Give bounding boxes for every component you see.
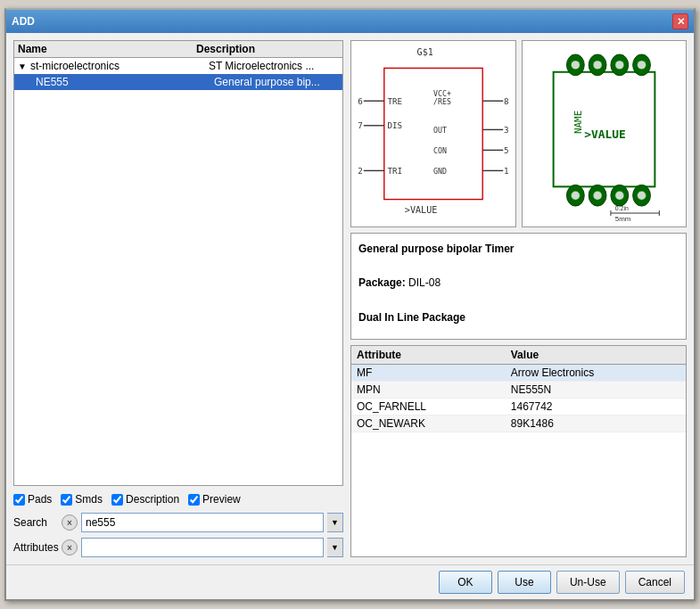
parent-name: st-microelectronics xyxy=(30,60,209,72)
table-row: MPNNE555N xyxy=(351,382,686,399)
child-desc: General purpose bip... xyxy=(214,76,320,88)
svg-text:0.2in: 0.2in xyxy=(615,205,629,211)
left-panel: Name Description ▼ st-microelectronics S… xyxy=(13,40,343,557)
table-header-row: Attribute Value xyxy=(351,346,686,365)
search-input[interactable] xyxy=(81,513,324,532)
svg-text:CON: CON xyxy=(433,146,447,155)
filter-row: Pads Smds Description Preview xyxy=(13,491,343,507)
info-package: Package: DIL-08 xyxy=(358,275,679,292)
ok-button[interactable]: OK xyxy=(439,571,492,594)
svg-text:3: 3 xyxy=(504,125,509,135)
search-clear-button[interactable]: × xyxy=(62,514,78,531)
right-panel: G$1 6 TRE 7 DIS 2 TRI xyxy=(350,40,687,557)
close-button[interactable]: ✕ xyxy=(672,13,688,29)
attributes-input[interactable] xyxy=(81,538,324,557)
table-row: OC_NEWARK89K1486 xyxy=(351,416,686,432)
value-cell: 89K1486 xyxy=(506,416,686,432)
svg-point-42 xyxy=(615,191,624,200)
package-value: DIL-08 xyxy=(408,276,441,289)
title-bar: ADD ✕ xyxy=(6,10,694,33)
package-label: Package: xyxy=(358,276,406,289)
svg-text:GND: GND xyxy=(433,167,447,176)
preview-row: G$1 6 TRE 7 DIS 2 TRI xyxy=(350,40,687,227)
main-content: Name Description ▼ st-microelectronics S… xyxy=(6,33,694,564)
svg-text:NAME: NAME xyxy=(572,111,584,134)
svg-text:DIS: DIS xyxy=(387,120,402,130)
info-line3: Dual In Line Package xyxy=(358,309,679,326)
attr-cell: MPN xyxy=(351,382,506,399)
attributes-table: Attribute Value MFArrow ElectronicsMPNNE… xyxy=(350,345,687,557)
attr-dropdown-button[interactable]: ▼ xyxy=(327,538,343,557)
smds-checkbox[interactable] xyxy=(61,494,72,506)
svg-point-35 xyxy=(638,61,646,70)
svg-text:G$1: G$1 xyxy=(417,47,433,57)
search-row: Search × ▼ xyxy=(13,513,343,532)
table-row: MFArrow Electronics xyxy=(351,365,686,382)
svg-text:TRE: TRE xyxy=(387,96,402,106)
attr-cell: MF xyxy=(351,365,506,382)
svg-text:8: 8 xyxy=(504,96,509,106)
tree-row-ne555[interactable]: NE555 General purpose bip... xyxy=(14,74,342,90)
svg-text:/RES: /RES xyxy=(433,97,451,106)
svg-text:6: 6 xyxy=(358,96,363,106)
description-label: Description xyxy=(126,493,179,506)
preview-checkbox[interactable] xyxy=(188,494,200,506)
main-window: ADD ✕ Name Description ▼ st-microelectro… xyxy=(4,8,696,601)
child-name: NE555 xyxy=(36,76,214,88)
svg-point-34 xyxy=(615,61,624,70)
table-row: OC_FARNELL1467742 xyxy=(351,399,686,416)
filter-preview[interactable]: Preview xyxy=(188,493,241,506)
svg-text:5mm: 5mm xyxy=(615,215,631,223)
attributes-row: Attributes × ▼ xyxy=(13,538,343,557)
value-cell: 1467742 xyxy=(506,399,686,416)
unuse-button[interactable]: Un-Use xyxy=(556,571,620,594)
filter-smds[interactable]: Smds xyxy=(61,493,103,506)
attr-cell: OC_FARNELL xyxy=(351,399,506,416)
attribute-col-header: Attribute xyxy=(351,346,506,365)
smds-label: Smds xyxy=(75,493,103,506)
attr-clear-button[interactable]: × xyxy=(62,539,78,556)
schematic-preview: G$1 6 TRE 7 DIS 2 TRI xyxy=(350,40,516,227)
attr-data-table: Attribute Value MFArrow ElectronicsMPNNE… xyxy=(351,346,686,432)
pads-label: Pads xyxy=(28,493,52,506)
tree-row-parent[interactable]: ▼ st-microelectronics ST Microelectronic… xyxy=(14,58,342,74)
pcb-svg: NAME >VALUE xyxy=(523,41,686,226)
attr-cell: OC_NEWARK xyxy=(351,416,506,432)
preview-label: Preview xyxy=(202,493,241,506)
value-cell: Arrow Electronics xyxy=(506,365,686,382)
svg-text:7: 7 xyxy=(358,120,363,130)
svg-point-32 xyxy=(571,61,580,70)
pcb-preview: NAME >VALUE xyxy=(522,40,687,227)
svg-text:>VALUE: >VALUE xyxy=(584,128,625,141)
description-checkbox[interactable] xyxy=(111,494,123,506)
pads-checkbox[interactable] xyxy=(13,494,25,506)
cancel-button[interactable]: Cancel xyxy=(625,571,685,594)
svg-text:5: 5 xyxy=(504,145,509,155)
svg-text:OUT: OUT xyxy=(433,126,447,135)
tree-header: Name Description xyxy=(14,41,342,58)
svg-point-41 xyxy=(593,191,602,200)
name-header: Name xyxy=(18,43,196,55)
filter-description[interactable]: Description xyxy=(111,493,179,506)
svg-text:2: 2 xyxy=(358,166,363,176)
expand-icon: ▼ xyxy=(18,62,27,71)
use-button[interactable]: Use xyxy=(498,571,551,594)
attributes-label: Attributes xyxy=(13,541,58,554)
svg-point-40 xyxy=(571,191,580,200)
bottom-bar: OK Use Un-Use Cancel xyxy=(6,564,694,599)
svg-point-43 xyxy=(638,191,646,200)
component-tree: Name Description ▼ st-microelectronics S… xyxy=(13,40,343,486)
info-area: General purpose bipolar Timer Package: D… xyxy=(350,233,687,340)
info-line1: General purpose bipolar Timer xyxy=(358,241,679,258)
svg-text:>VALUE: >VALUE xyxy=(405,205,438,215)
svg-text:TRI: TRI xyxy=(387,166,402,176)
value-cell: NE555N xyxy=(506,382,686,399)
search-label: Search xyxy=(13,516,58,529)
parent-desc: ST Microelectronics ... xyxy=(209,60,314,72)
filter-pads[interactable]: Pads xyxy=(13,493,52,506)
search-dropdown-button[interactable]: ▼ xyxy=(327,513,343,532)
svg-text:1: 1 xyxy=(504,166,509,176)
desc-header: Description xyxy=(196,43,255,55)
window-title: ADD xyxy=(12,15,35,28)
svg-point-33 xyxy=(593,61,602,70)
